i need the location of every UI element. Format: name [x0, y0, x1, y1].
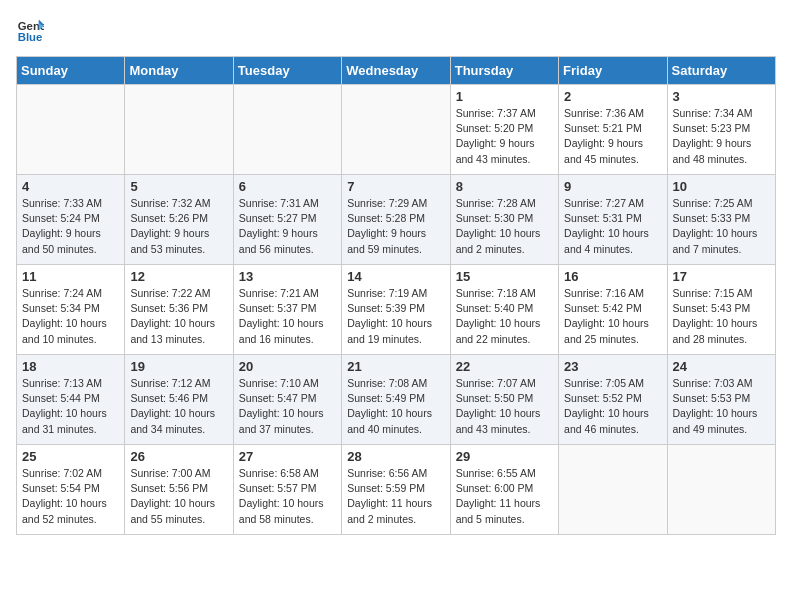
day-info: Sunrise: 7:31 AM Sunset: 5:27 PM Dayligh… [239, 196, 336, 257]
day-info: Sunrise: 7:16 AM Sunset: 5:42 PM Dayligh… [564, 286, 661, 347]
calendar-cell: 1Sunrise: 7:37 AM Sunset: 5:20 PM Daylig… [450, 85, 558, 175]
svg-text:Blue: Blue [18, 31, 43, 43]
day-info: Sunrise: 6:58 AM Sunset: 5:57 PM Dayligh… [239, 466, 336, 527]
header-wednesday: Wednesday [342, 57, 450, 85]
day-number: 14 [347, 269, 444, 284]
day-number: 21 [347, 359, 444, 374]
day-info: Sunrise: 7:03 AM Sunset: 5:53 PM Dayligh… [673, 376, 770, 437]
week-row-0: 1Sunrise: 7:37 AM Sunset: 5:20 PM Daylig… [17, 85, 776, 175]
calendar-cell: 2Sunrise: 7:36 AM Sunset: 5:21 PM Daylig… [559, 85, 667, 175]
calendar-cell: 16Sunrise: 7:16 AM Sunset: 5:42 PM Dayli… [559, 265, 667, 355]
day-number: 2 [564, 89, 661, 104]
day-info: Sunrise: 7:34 AM Sunset: 5:23 PM Dayligh… [673, 106, 770, 167]
week-row-4: 25Sunrise: 7:02 AM Sunset: 5:54 PM Dayli… [17, 445, 776, 535]
day-info: Sunrise: 6:55 AM Sunset: 6:00 PM Dayligh… [456, 466, 553, 527]
day-number: 13 [239, 269, 336, 284]
calendar-cell: 11Sunrise: 7:24 AM Sunset: 5:34 PM Dayli… [17, 265, 125, 355]
header-saturday: Saturday [667, 57, 775, 85]
calendar-cell: 5Sunrise: 7:32 AM Sunset: 5:26 PM Daylig… [125, 175, 233, 265]
day-number: 7 [347, 179, 444, 194]
calendar-cell [233, 85, 341, 175]
day-info: Sunrise: 7:05 AM Sunset: 5:52 PM Dayligh… [564, 376, 661, 437]
calendar-cell: 22Sunrise: 7:07 AM Sunset: 5:50 PM Dayli… [450, 355, 558, 445]
calendar-table: SundayMondayTuesdayWednesdayThursdayFrid… [16, 56, 776, 535]
day-info: Sunrise: 7:22 AM Sunset: 5:36 PM Dayligh… [130, 286, 227, 347]
logo-icon: General Blue [16, 16, 44, 44]
calendar-cell: 14Sunrise: 7:19 AM Sunset: 5:39 PM Dayli… [342, 265, 450, 355]
day-info: Sunrise: 7:28 AM Sunset: 5:30 PM Dayligh… [456, 196, 553, 257]
day-number: 3 [673, 89, 770, 104]
calendar-cell: 19Sunrise: 7:12 AM Sunset: 5:46 PM Dayli… [125, 355, 233, 445]
day-number: 25 [22, 449, 119, 464]
day-number: 27 [239, 449, 336, 464]
day-info: Sunrise: 7:27 AM Sunset: 5:31 PM Dayligh… [564, 196, 661, 257]
day-number: 28 [347, 449, 444, 464]
day-number: 17 [673, 269, 770, 284]
week-row-2: 11Sunrise: 7:24 AM Sunset: 5:34 PM Dayli… [17, 265, 776, 355]
calendar-cell: 8Sunrise: 7:28 AM Sunset: 5:30 PM Daylig… [450, 175, 558, 265]
calendar-cell: 13Sunrise: 7:21 AM Sunset: 5:37 PM Dayli… [233, 265, 341, 355]
day-info: Sunrise: 7:07 AM Sunset: 5:50 PM Dayligh… [456, 376, 553, 437]
day-number: 10 [673, 179, 770, 194]
calendar-cell: 21Sunrise: 7:08 AM Sunset: 5:49 PM Dayli… [342, 355, 450, 445]
calendar-cell: 17Sunrise: 7:15 AM Sunset: 5:43 PM Dayli… [667, 265, 775, 355]
day-number: 11 [22, 269, 119, 284]
calendar-cell: 28Sunrise: 6:56 AM Sunset: 5:59 PM Dayli… [342, 445, 450, 535]
page-header: General Blue [16, 16, 776, 44]
day-info: Sunrise: 7:12 AM Sunset: 5:46 PM Dayligh… [130, 376, 227, 437]
day-number: 9 [564, 179, 661, 194]
day-number: 26 [130, 449, 227, 464]
day-info: Sunrise: 7:08 AM Sunset: 5:49 PM Dayligh… [347, 376, 444, 437]
week-row-1: 4Sunrise: 7:33 AM Sunset: 5:24 PM Daylig… [17, 175, 776, 265]
day-number: 23 [564, 359, 661, 374]
day-number: 6 [239, 179, 336, 194]
calendar-cell: 7Sunrise: 7:29 AM Sunset: 5:28 PM Daylig… [342, 175, 450, 265]
calendar-cell: 15Sunrise: 7:18 AM Sunset: 5:40 PM Dayli… [450, 265, 558, 355]
calendar-cell: 23Sunrise: 7:05 AM Sunset: 5:52 PM Dayli… [559, 355, 667, 445]
header-row: SundayMondayTuesdayWednesdayThursdayFrid… [17, 57, 776, 85]
calendar-cell: 27Sunrise: 6:58 AM Sunset: 5:57 PM Dayli… [233, 445, 341, 535]
day-info: Sunrise: 7:36 AM Sunset: 5:21 PM Dayligh… [564, 106, 661, 167]
logo: General Blue [16, 16, 48, 44]
day-info: Sunrise: 7:15 AM Sunset: 5:43 PM Dayligh… [673, 286, 770, 347]
day-number: 29 [456, 449, 553, 464]
day-info: Sunrise: 7:32 AM Sunset: 5:26 PM Dayligh… [130, 196, 227, 257]
day-info: Sunrise: 7:10 AM Sunset: 5:47 PM Dayligh… [239, 376, 336, 437]
header-tuesday: Tuesday [233, 57, 341, 85]
calendar-cell: 25Sunrise: 7:02 AM Sunset: 5:54 PM Dayli… [17, 445, 125, 535]
calendar-cell: 29Sunrise: 6:55 AM Sunset: 6:00 PM Dayli… [450, 445, 558, 535]
day-number: 20 [239, 359, 336, 374]
header-sunday: Sunday [17, 57, 125, 85]
day-number: 19 [130, 359, 227, 374]
calendar-cell [125, 85, 233, 175]
day-number: 24 [673, 359, 770, 374]
day-number: 12 [130, 269, 227, 284]
day-number: 16 [564, 269, 661, 284]
day-info: Sunrise: 7:37 AM Sunset: 5:20 PM Dayligh… [456, 106, 553, 167]
day-number: 18 [22, 359, 119, 374]
header-thursday: Thursday [450, 57, 558, 85]
day-info: Sunrise: 7:21 AM Sunset: 5:37 PM Dayligh… [239, 286, 336, 347]
day-number: 5 [130, 179, 227, 194]
calendar-cell: 4Sunrise: 7:33 AM Sunset: 5:24 PM Daylig… [17, 175, 125, 265]
day-info: Sunrise: 7:24 AM Sunset: 5:34 PM Dayligh… [22, 286, 119, 347]
week-row-3: 18Sunrise: 7:13 AM Sunset: 5:44 PM Dayli… [17, 355, 776, 445]
calendar-cell [17, 85, 125, 175]
calendar-cell [342, 85, 450, 175]
day-info: Sunrise: 7:19 AM Sunset: 5:39 PM Dayligh… [347, 286, 444, 347]
day-info: Sunrise: 6:56 AM Sunset: 5:59 PM Dayligh… [347, 466, 444, 527]
day-info: Sunrise: 7:02 AM Sunset: 5:54 PM Dayligh… [22, 466, 119, 527]
calendar-cell [667, 445, 775, 535]
header-monday: Monday [125, 57, 233, 85]
calendar-cell: 9Sunrise: 7:27 AM Sunset: 5:31 PM Daylig… [559, 175, 667, 265]
day-number: 22 [456, 359, 553, 374]
day-info: Sunrise: 7:00 AM Sunset: 5:56 PM Dayligh… [130, 466, 227, 527]
calendar-cell: 12Sunrise: 7:22 AM Sunset: 5:36 PM Dayli… [125, 265, 233, 355]
calendar-cell: 3Sunrise: 7:34 AM Sunset: 5:23 PM Daylig… [667, 85, 775, 175]
day-info: Sunrise: 7:33 AM Sunset: 5:24 PM Dayligh… [22, 196, 119, 257]
calendar-cell: 10Sunrise: 7:25 AM Sunset: 5:33 PM Dayli… [667, 175, 775, 265]
calendar-cell: 20Sunrise: 7:10 AM Sunset: 5:47 PM Dayli… [233, 355, 341, 445]
calendar-cell [559, 445, 667, 535]
calendar-cell: 6Sunrise: 7:31 AM Sunset: 5:27 PM Daylig… [233, 175, 341, 265]
calendar-cell: 18Sunrise: 7:13 AM Sunset: 5:44 PM Dayli… [17, 355, 125, 445]
